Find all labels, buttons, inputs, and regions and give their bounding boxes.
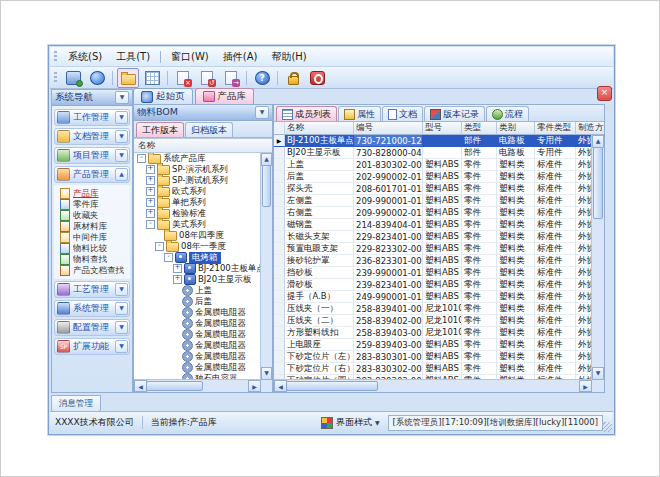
scroll-right-arrow[interactable]: ▶ [579,380,592,392]
table-row[interactable]: 后盖202-990002-01X塑料ABS零件塑料类标准件外协条 [274,171,592,183]
scroll-thumb[interactable] [286,381,378,391]
expand-icon[interactable]: + [146,198,155,207]
detail-tab-版本记录[interactable]: 版本记录 [424,106,485,121]
table-row[interactable]: 磁钢盖214-839404-01X塑料ABS零件塑料类标准件外协条 [274,219,592,231]
collapse-icon[interactable]: - [155,242,164,251]
table-row[interactable]: 下砂定位片（左）283-830301-00X塑料ABS零件塑料类标准件外协条 [274,351,592,363]
expand-icon[interactable]: + [146,165,155,174]
tree-node-检验标准[interactable]: +检验标准 [134,208,261,219]
tree-node-欧式系列[interactable]: +欧式系列 [134,186,261,197]
table-row[interactable]: 左侧盖209-990001-01X塑料ABS零件塑料类标准件外协条 [274,195,592,207]
tree-node-BJ20主显示板[interactable]: +BJ20主显示板 [134,274,261,285]
detail-tab-属性[interactable]: 属性 [338,106,381,121]
scroll-down-arrow[interactable]: ▼ [592,367,604,380]
chevron-down-icon[interactable]: ▼ [115,130,128,143]
exit-button[interactable] [306,68,328,88]
tree-node-08年一季度[interactable]: -08年一季度 [134,241,261,252]
chevron-down-icon[interactable]: ▼ [115,149,128,162]
menu-item-3[interactable]: 窗口(W) [164,48,216,66]
grid-horizontal-scrollbar[interactable]: ◀ ▶ [274,379,592,392]
sidebar-section-扩展功能[interactable]: 扩展功能▼ [54,338,130,355]
scroll-thumb[interactable] [593,147,603,219]
toolbar-grip[interactable] [54,72,57,84]
sidebar-item-零件库[interactable]: 零件库 [60,199,130,210]
tree-node-金属膜电阻器[interactable]: 金属膜电阻器 [134,307,261,318]
sidebar-item-物料比较[interactable]: 物料比较 [60,243,130,254]
sidebar-section-工作管理[interactable]: 工作管理▼ [54,109,130,126]
tree-node-金属膜电阻器[interactable]: 金属膜电阻器 [134,351,261,362]
table-row[interactable]: 下砂定位片（右）283-830302-00X塑料ABS零件塑料类标准件外协条 [274,363,592,375]
table-row[interactable]: BJ20主显示板730-828000-04X部件电路板专用件外协颗 [274,147,592,159]
doc-export-button[interactable] [220,68,242,88]
collapse-icon[interactable]: - [164,253,173,262]
column-header-类型[interactable]: 类型 [462,122,497,135]
table-row[interactable]: 提手（A.B）249-990001-01X塑料ABS零件塑料类标准件外协条 [274,291,592,303]
message-panel-tab[interactable]: 消息管理 [51,395,101,412]
help-button[interactable] [251,68,273,88]
sidebar-item-中间件库[interactable]: 中间件库 [60,232,130,243]
sidebar-pin-button[interactable]: ▼ [115,91,129,104]
table-row[interactable]: 方形塑料线扣258-839403-00X尼龙1010零件塑料类标准件外协条 [274,327,592,339]
tree-horizontal-scrollbar[interactable]: ◀ ▶ [134,379,261,392]
table-row[interactable]: 滑砂板239-823401-00X塑料ABS零件塑料类标准件外协条 [274,279,592,291]
menubar-grip[interactable] [54,51,57,63]
sidebar-section-产品管理[interactable]: 产品管理▲ [54,166,130,183]
tree-node-单把系列[interactable]: +单把系列 [134,197,261,208]
grid-vertical-scrollbar[interactable]: ▲ ▼ [591,135,604,380]
table-row[interactable]: 探头壳208-601701-01X塑料ABS零件塑料类标准件外协条 [274,183,592,195]
tree-node-SP-演示机系列[interactable]: +SP-演示机系列 [134,164,261,175]
grid-view-button[interactable] [141,68,163,88]
detail-tab-流程[interactable]: 流程 [486,106,529,121]
table-row[interactable]: 挡砂板239-990001-01X塑料ABS零件塑料类标准件外协条 [274,267,592,279]
tree-node-美式系列[interactable]: -美式系列 [134,219,261,230]
tree-node-金属膜电阻器[interactable]: 金属膜电阻器 [134,318,261,329]
menu-item-2[interactable]: 工具(T) [109,48,157,66]
tree-node-上盖[interactable]: 上盖 [134,285,261,296]
tree-node-08年四季度[interactable]: 08年四季度 [134,230,261,241]
doc-delete-button[interactable] [172,68,194,88]
sidebar-section-工艺管理[interactable]: 工艺管理▼ [54,281,130,298]
table-row[interactable]: ▶BJ-2100主板单点730-721000-12X部件电路板专用件外协颗 [274,135,592,147]
scroll-thumb[interactable] [146,381,203,391]
table-row[interactable]: 压线夹（二）258-839402-00X尼龙1010零件塑料类标准件外协条 [274,315,592,327]
table-row[interactable]: 上电眼座259-839403-00X塑料ABS零件塑料类标准件外协条 [274,339,592,351]
sidebar-item-产品库[interactable]: 产品库 [60,188,130,199]
expand-icon[interactable]: + [146,176,155,185]
column-header-零件类型[interactable]: 零件类型 [535,122,576,135]
sync-monitor-button[interactable] [62,68,84,88]
column-header-类别[interactable]: 类别 [497,122,535,135]
sidebar-section-系统管理[interactable]: 系统管理▼ [54,300,130,317]
sidebar-section-项目管理[interactable]: 项目管理▼ [54,147,130,164]
scroll-thumb[interactable] [262,165,271,207]
ui-style-button[interactable]: 界面样式 ▼ [317,416,384,429]
menu-item-1[interactable]: 系统(S) [61,48,109,66]
doc-tab-产品库[interactable]: 产品库 [195,88,255,104]
open-folder-button[interactable] [117,68,139,88]
table-row[interactable]: 右侧盖209-990002-01X塑料ABS零件塑料类标准件外协条 [274,207,592,219]
scroll-down-arrow[interactable]: ▼ [261,367,272,380]
detail-tab-成员列表[interactable]: 成员列表 [276,106,337,121]
sidebar-item-原材料库[interactable]: 原材料库 [60,221,130,232]
bom-tab-工作版本[interactable]: 工作版本 [136,122,184,137]
tree-node-金属膜电阻器[interactable]: 金属膜电阻器 [134,362,261,373]
tree-node-金属膜电阻器[interactable]: 金属膜电阻器 [134,340,261,351]
collapse-icon[interactable]: - [137,154,146,163]
column-header-制造方式[interactable]: 制造方式 [576,122,604,135]
bom-pin-button[interactable]: ▼ [255,106,269,119]
chevron-down-icon[interactable]: ▼ [115,302,128,315]
doc-tab-起始页[interactable]: 起始页 [133,88,193,104]
sidebar-item-物料查找[interactable]: 物料查找 [60,254,130,265]
table-row[interactable]: 预置电眼支架229-823302-00X塑料ABS零件塑料类标准件外协条 [274,243,592,255]
sidebar-item-收藏夹[interactable]: 收藏夹 [60,210,130,221]
tree-node-金属膜电阻器[interactable]: 金属膜电阻器 [134,329,261,340]
detail-tab-文档[interactable]: 文档 [382,106,423,121]
menu-item-5[interactable]: 帮助(H) [264,48,313,66]
tree-vertical-scrollbar[interactable]: ▲ ▼ [260,153,272,380]
sidebar-section-配置管理[interactable]: 配置管理▼ [54,319,130,336]
tree-column-header[interactable]: 名称 [134,139,272,153]
chevron-up-icon[interactable]: ▲ [115,168,128,181]
expand-icon[interactable]: + [173,264,182,273]
table-row[interactable]: 长磁头支架229-823401-00X塑料ABS零件塑料类标准件外协条 [274,231,592,243]
tree-node-SP-测试机系列[interactable]: +SP-测试机系列 [134,175,261,186]
tree-node-后盖[interactable]: 后盖 [134,296,261,307]
